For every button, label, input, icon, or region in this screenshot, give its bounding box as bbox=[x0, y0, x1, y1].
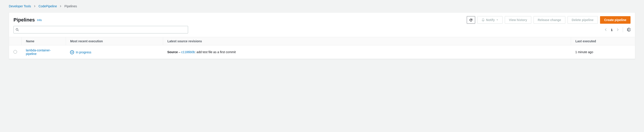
chevron-right-icon bbox=[60, 5, 62, 7]
in-progress-icon: ••• bbox=[70, 50, 74, 54]
release-change-button[interactable]: Release change bbox=[534, 16, 565, 24]
chevron-left-icon bbox=[604, 28, 607, 31]
caret-down-icon bbox=[496, 19, 498, 21]
notify-label: Notify bbox=[486, 18, 495, 22]
revision-source-label: Source bbox=[167, 50, 178, 54]
next-page-button[interactable] bbox=[616, 28, 619, 31]
delete-pipeline-button[interactable]: Delete pipeline bbox=[568, 16, 598, 24]
pipelines-panel: Pipelines Info Notify View history Relea… bbox=[9, 13, 635, 59]
create-pipeline-button[interactable]: Create pipeline bbox=[600, 16, 630, 24]
svg-line-1 bbox=[18, 30, 18, 31]
search-icon bbox=[16, 28, 19, 31]
settings-button[interactable] bbox=[626, 28, 630, 32]
breadcrumb-current: Pipelines bbox=[64, 5, 77, 8]
column-revisions: Latest source revisions bbox=[163, 37, 571, 45]
chevron-right-icon bbox=[616, 28, 619, 31]
breadcrumb: Developer Tools CodePipeline Pipelines bbox=[9, 5, 635, 8]
svg-point-0 bbox=[16, 28, 18, 30]
chevron-right-icon bbox=[34, 5, 36, 7]
last-executed-text: 1 minute ago bbox=[575, 50, 593, 54]
prev-page-button[interactable] bbox=[604, 28, 607, 31]
status-badge: ••• In progress bbox=[70, 50, 91, 54]
column-name: Name bbox=[22, 37, 66, 45]
refresh-icon bbox=[469, 18, 473, 22]
status-text: In progress bbox=[76, 51, 91, 54]
column-execution: Most recent execution bbox=[66, 37, 163, 45]
row-select-radio[interactable] bbox=[14, 50, 17, 54]
info-link[interactable]: Info bbox=[37, 18, 42, 22]
refresh-button[interactable] bbox=[467, 16, 475, 24]
revision-commit-link[interactable]: c1186b0b bbox=[181, 50, 195, 54]
select-header bbox=[9, 37, 22, 45]
view-history-button[interactable]: View history bbox=[505, 16, 531, 24]
page-title: Pipelines bbox=[14, 17, 35, 23]
pipelines-table: Name Most recent execution Latest source… bbox=[9, 37, 635, 59]
revision-separator: – bbox=[178, 50, 181, 54]
gear-icon bbox=[626, 28, 630, 32]
search-input[interactable] bbox=[14, 26, 188, 34]
breadcrumb-developer-tools[interactable]: Developer Tools bbox=[9, 5, 31, 8]
notify-button[interactable]: Notify bbox=[477, 16, 502, 24]
table-row: lambda-container-pipeline ••• In progres… bbox=[9, 45, 635, 59]
page-number: 1 bbox=[611, 28, 612, 32]
revision-message: : add test file as a first commit bbox=[195, 50, 236, 54]
column-last-executed: Last executed bbox=[571, 37, 635, 45]
breadcrumb-codepipeline[interactable]: CodePipeline bbox=[38, 5, 57, 8]
pipeline-name-link[interactable]: lambda-container-pipeline bbox=[26, 49, 51, 56]
bell-icon bbox=[482, 18, 485, 22]
